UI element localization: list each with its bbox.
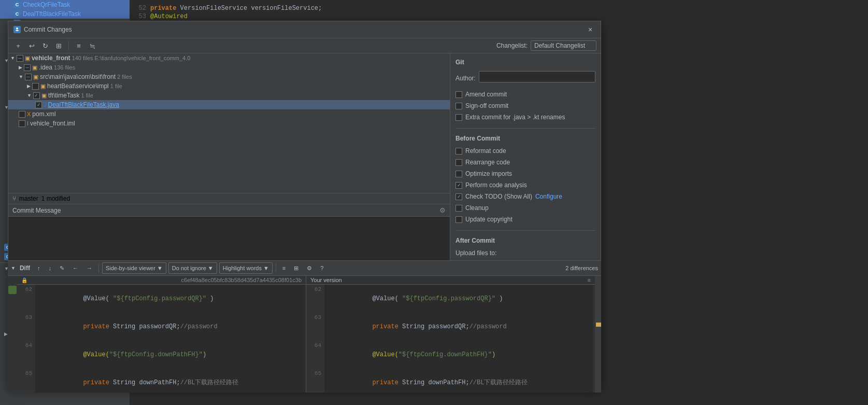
- diff-line: 64 @Value("${ftpConfig.downPathFH}"): [306, 341, 595, 369]
- tree-root[interactable]: ▼ ▣ vehicle_front 140 files E:\tianfuton…: [8, 53, 450, 63]
- tree-tft-timetask[interactable]: ▼ ▣ tft\timeTask 1 file: [8, 91, 450, 100]
- diff-help-button[interactable]: ?: [317, 262, 326, 274]
- line-num: 65: [17, 369, 35, 393]
- diff-next-button[interactable]: →: [83, 262, 95, 274]
- sidebar-item-checkqrfiletask[interactable]: C CheckQrFileTask: [0, 0, 130, 9]
- sort-button[interactable]: ≒: [87, 40, 98, 51]
- pom-checkbox[interactable]: [19, 111, 25, 118]
- update-copyright-option: Update copyright: [456, 216, 595, 223]
- heartbeat-checkbox[interactable]: [32, 83, 39, 90]
- diff-scrollbar[interactable]: [595, 276, 601, 393]
- folder-icon: ▣: [40, 83, 46, 90]
- folder-icon: ▣: [41, 92, 47, 99]
- diff-right-pane: Your version ≡ 62 @Value( "${ftpConfig.p…: [306, 276, 595, 393]
- dropdown-arrow: ▼: [157, 265, 163, 271]
- expand-icon: ▼: [10, 55, 15, 61]
- diff-list-button[interactable]: ≡: [279, 262, 289, 274]
- extra-commit-option: Extra commit for .java > .kt renames: [456, 114, 595, 121]
- diff-separator-2: [276, 263, 276, 273]
- rearrange-code-label: Rearrange code: [465, 159, 510, 166]
- diff-content: 🔒 c6ef48a8ec05bfc83b58d435d7a4435c08f01c…: [8, 276, 601, 393]
- configure-link[interactable]: Configure: [535, 193, 562, 200]
- signoff-commit-checkbox[interactable]: [456, 103, 462, 109]
- diff-line: 62 @Value( "${ftpConfig.passwordQR}" ): [306, 285, 595, 313]
- tree-pom[interactable]: X pom.xml: [8, 109, 450, 119]
- tft-checkbox[interactable]: [33, 92, 40, 99]
- changelist-label: Changelist:: [496, 42, 528, 49]
- tree-heartbeat[interactable]: ▶ ▣ heartBeat\service\impl 1 file: [8, 81, 450, 91]
- sidebar-item-label: CheckQrFileTask: [23, 1, 70, 8]
- optimize-imports-option: Optimize imports: [456, 170, 595, 177]
- perform-code-analysis-checkbox[interactable]: [456, 182, 462, 189]
- reformat-code-checkbox[interactable]: [456, 148, 462, 155]
- redo-button[interactable]: ↻: [39, 40, 51, 51]
- diff-up-button[interactable]: ↑: [34, 262, 44, 274]
- root-meta: 140 files: [72, 55, 93, 61]
- line-content: private String downPathFH;//BL下载路径经路径: [324, 369, 593, 393]
- diff-left-gutter: [8, 276, 17, 393]
- svg-rect-2: [16, 31, 18, 31]
- diff-collapse-icon[interactable]: ▼: [11, 266, 16, 271]
- sidebar-item-dealtftblackfiletask[interactable]: C DealTftBlackFileTask: [0, 9, 130, 19]
- line-num: 63: [17, 313, 35, 341]
- tree-idea[interactable]: ▶ ▣ .idea 136 files: [8, 63, 450, 72]
- section-separator-1: [456, 128, 595, 129]
- version-label: Your version: [310, 277, 342, 283]
- diff-ignore-select[interactable]: Do not ignore ▼: [168, 262, 217, 274]
- idea-meta: 136 files: [54, 64, 75, 71]
- rearrange-code-checkbox[interactable]: [456, 159, 462, 166]
- line-num: 65: [306, 369, 324, 393]
- tree-src[interactable]: ▼ ▣ src\main\java\com\bsit\front 2 files: [8, 72, 450, 81]
- diff-edit-button[interactable]: ✎: [56, 262, 67, 274]
- undo-button[interactable]: ↩: [26, 40, 37, 51]
- diff-line: 62 @Value( "${ftpConfig.passwordQR}" ): [17, 285, 306, 313]
- xml-icon: X: [27, 111, 31, 117]
- folder-icon: ▣: [32, 64, 37, 71]
- diff-viewer-select[interactable]: Side-by-side viewer ▼: [102, 262, 166, 274]
- grid-button[interactable]: ⊞: [53, 40, 64, 51]
- filter-button[interactable]: ≡: [73, 40, 84, 51]
- file-tree-hint: 这里应该是提交改动的地方: [112, 53, 193, 54]
- line-content: @Value( "${ftpConfig.passwordQR}" ): [35, 285, 306, 313]
- idea-checkbox[interactable]: [24, 64, 31, 71]
- diff-line: 65 private String downPathFH;//BL下载路径经路径: [306, 369, 595, 393]
- git-title: Git: [456, 59, 595, 66]
- tree-iml[interactable]: I vehicle_front.iml: [8, 119, 450, 128]
- line-num: 64: [17, 341, 35, 369]
- close-button[interactable]: ×: [585, 24, 595, 35]
- diff-marker: [8, 286, 17, 294]
- diff-settings-button[interactable]: ⚙: [304, 262, 315, 274]
- perform-code-analysis-label: Perform code analysis: [465, 181, 527, 189]
- diff-down-button[interactable]: ↓: [45, 262, 54, 274]
- extra-commit-checkbox[interactable]: [456, 114, 462, 121]
- reformat-code-option: Reformat code: [456, 147, 595, 155]
- dealtft-checkbox[interactable]: [35, 102, 42, 108]
- changelist-select[interactable]: Default Changelist: [531, 40, 596, 51]
- author-label: Author:: [456, 75, 476, 82]
- diff-highlight-select[interactable]: Highlight words ▼: [219, 262, 273, 274]
- line-content: private String passwordQR;//password: [324, 313, 593, 341]
- cleanup-checkbox[interactable]: [456, 205, 462, 212]
- check-todo-checkbox[interactable]: [456, 193, 462, 200]
- diff-grid-button[interactable]: ⊞: [291, 262, 302, 274]
- diff-prev-button[interactable]: ←: [69, 262, 81, 274]
- amend-commit-checkbox[interactable]: [456, 91, 462, 98]
- commit-message-settings-icon[interactable]: ⚙: [439, 206, 446, 214]
- sidebar-item-label: DealTftBlackFileTask: [23, 10, 81, 18]
- viewer-label: Side-by-side viewer: [106, 265, 155, 271]
- reformat-code-label: Reformat code: [465, 147, 506, 155]
- branch-modified: 1 modified: [41, 195, 70, 202]
- src-checkbox[interactable]: [25, 74, 32, 80]
- add-button[interactable]: +: [12, 40, 24, 51]
- src-name: src\main\java\com\bsit\front: [40, 73, 116, 80]
- author-input[interactable]: [479, 71, 595, 82]
- dialog-toolbar: + ↩ ↻ ⊞ ≡ ≒ Changelist: Default Changeli…: [8, 38, 601, 53]
- iml-checkbox[interactable]: [19, 120, 25, 127]
- line-num: 64: [306, 341, 324, 369]
- diff-panel: ▼ Diff ↑ ↓ ✎ ← → Side-by-side viewer ▼ D…: [8, 260, 601, 393]
- tree-dealtftblack[interactable]: J DealTftBlackFileTask.java: [8, 100, 450, 109]
- optimize-imports-checkbox[interactable]: [456, 171, 462, 177]
- root-checkbox[interactable]: [17, 55, 23, 62]
- diff-toolbar: ▼ Diff ↑ ↓ ✎ ← → Side-by-side viewer ▼ D…: [8, 261, 601, 276]
- update-copyright-checkbox[interactable]: [456, 216, 462, 223]
